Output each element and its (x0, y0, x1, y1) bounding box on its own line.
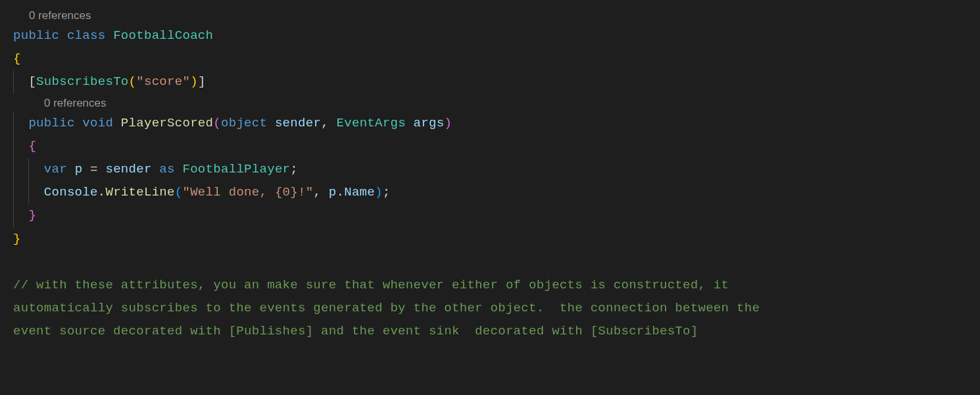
keyword-as: as (159, 162, 174, 176)
type-name: EventArgs (337, 116, 406, 130)
code-line[interactable]: public class FootballCoach (13, 24, 967, 47)
keyword-public: public (28, 116, 74, 130)
code-line[interactable]: public void PlayerScored(object sender, … (13, 112, 967, 135)
class-ref: Console (44, 185, 98, 199)
keyword-class: class (67, 28, 106, 43)
string-literal: "score" (136, 74, 190, 89)
comment-line[interactable]: // with these attributes, you an make su… (13, 274, 967, 297)
paren-open: ( (175, 185, 183, 199)
paren-open: ( (129, 74, 137, 89)
method-name: PlayerScored (121, 116, 213, 130)
string-literal: "Well done, {0}!" (182, 185, 313, 199)
codelens-class[interactable]: 0 references (13, 7, 967, 24)
brace-open: { (28, 139, 36, 153)
type-name: FootballPlayer (182, 162, 290, 176)
code-editor[interactable]: 0 references public class FootballCoach … (13, 7, 967, 343)
parameter: args (414, 116, 445, 130)
code-line[interactable]: { (13, 47, 967, 70)
keyword-object: object (221, 116, 267, 130)
code-line[interactable]: var p = sender as FootballPlayer; (13, 158, 967, 181)
blank-line[interactable] (13, 251, 967, 274)
code-line[interactable]: } (13, 228, 967, 251)
variable: p (75, 162, 83, 176)
brace-open: { (13, 51, 21, 66)
bracket-close: ] (198, 74, 206, 89)
keyword-var: var (44, 162, 67, 176)
bracket-open: [ (28, 74, 36, 89)
code-line[interactable]: { (13, 135, 967, 158)
variable: p (329, 185, 337, 199)
code-line[interactable]: [SubscribesTo("score")] (13, 70, 967, 93)
paren-close: ) (444, 116, 452, 130)
brace-close: } (28, 208, 36, 223)
type-name: FootballCoach (113, 28, 213, 43)
code-line[interactable]: } (13, 204, 967, 227)
paren-open: ( (213, 116, 221, 130)
codelens-method[interactable]: 0 references (13, 94, 967, 112)
code-line[interactable]: Console.WriteLine("Well done, {0}!", p.N… (13, 181, 967, 204)
variable: sender (105, 162, 151, 176)
keyword-public: public (13, 28, 59, 43)
parameter: sender (275, 116, 321, 130)
paren-close: ) (375, 185, 383, 199)
paren-close: ) (190, 74, 198, 89)
method-call: WriteLine (105, 185, 174, 199)
property: Name (344, 185, 375, 199)
comment-line[interactable]: event source decorated with [Publishes] … (13, 320, 967, 343)
comment-line[interactable]: automatically subscribes to the events g… (13, 297, 967, 320)
brace-close: } (13, 232, 21, 246)
attribute-name: SubscribesTo (36, 74, 128, 89)
keyword-void: void (82, 116, 113, 130)
